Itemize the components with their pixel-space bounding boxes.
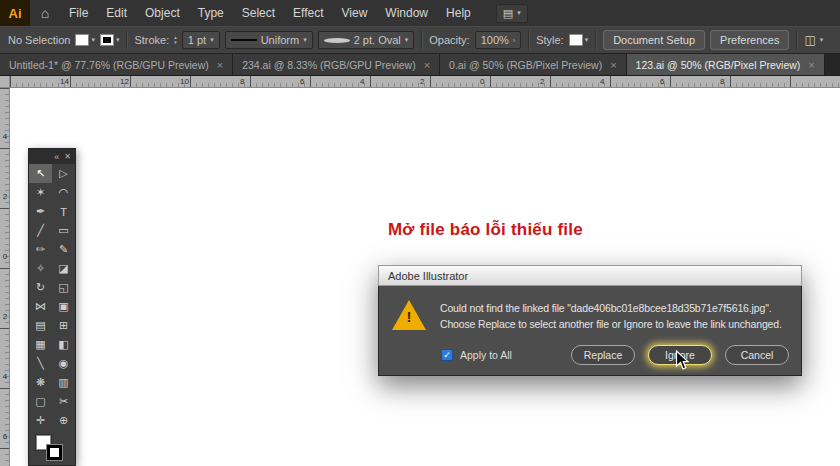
ruler-label: 8: [720, 76, 780, 87]
stroke-label: Stroke:: [134, 34, 169, 46]
fill-stroke-control[interactable]: [29, 432, 75, 465]
illustrator-app-window: Ai ⌂ FileEditObjectTypeSelectEffectViewW…: [0, 0, 840, 466]
shape-builder-tool[interactable]: ▤: [29, 316, 52, 335]
perspective-grid-tool[interactable]: ⊞: [52, 316, 75, 335]
eyedropper-tool[interactable]: ╲: [29, 354, 52, 373]
tab-label: Untitled-1* @ 77.76% (RGB/GPU Preview): [9, 59, 209, 71]
tab-close-icon[interactable]: ×: [610, 59, 616, 71]
blend-tool[interactable]: ◉: [52, 354, 75, 373]
hand-tool[interactable]: ✛: [29, 411, 52, 430]
stroke-swatch[interactable]: [47, 445, 62, 460]
type-tool[interactable]: T: [52, 202, 75, 221]
slice-tool[interactable]: ✂: [52, 392, 75, 411]
rotate-tool[interactable]: ↻: [29, 278, 52, 297]
tools-panel-header: « ✕: [29, 149, 75, 164]
home-icon[interactable]: ⌂: [33, 5, 57, 21]
line-segment-tool[interactable]: ╱: [29, 221, 52, 240]
menu-item[interactable]: Object: [136, 0, 189, 26]
lasso-tool[interactable]: ◠: [52, 183, 75, 202]
tab-close-icon[interactable]: ×: [424, 59, 430, 71]
opacity-field[interactable]: 100% ›: [475, 31, 521, 49]
menu-item[interactable]: View: [333, 0, 377, 26]
artboard-tool[interactable]: ▢: [29, 392, 52, 411]
tools-grid: ↖▷✶◠✒T╱▭✏✎✧◪↻◱⋈▣▤⊞▦◧╲◉❋▥▢✂✛⊕: [29, 164, 75, 430]
preferences-button[interactable]: Preferences: [710, 30, 789, 50]
arrange-documents-icon: ▤: [503, 7, 513, 20]
ruler-label: 4: [0, 132, 9, 192]
arrange-documents-control[interactable]: ▤ ▾: [496, 4, 528, 23]
selection-tool[interactable]: ↖: [29, 164, 52, 183]
document-setup-button[interactable]: Document Setup: [603, 30, 705, 50]
magic-wand-tool[interactable]: ✶: [29, 183, 52, 202]
free-transform-tool[interactable]: ▣: [52, 297, 75, 316]
collapse-panel-icon[interactable]: «: [54, 152, 59, 162]
dialog-title-bar[interactable]: Adobe Illustrator: [378, 265, 802, 286]
direct-selection-tool[interactable]: ▷: [52, 164, 75, 183]
opacity-value: 100%: [481, 34, 509, 46]
style-label: Style:: [536, 34, 564, 46]
menu-item[interactable]: Effect: [284, 0, 332, 26]
horizontal-ruler[interactable]: 141210864202468: [10, 76, 840, 88]
stroke-weight-dropdown[interactable]: 1 pt ▾: [182, 31, 220, 49]
document-tab[interactable]: Untitled-1* @ 77.76% (RGB/GPU Preview) ×: [0, 54, 233, 75]
chevron-down-icon: ▾: [303, 36, 307, 44]
ruler-label: 10: [180, 76, 240, 87]
dialog-message-line: Choose Replace to select another file or…: [440, 316, 782, 332]
chevron-down-icon: ▾: [820, 36, 824, 44]
mesh-tool[interactable]: ▦: [29, 335, 52, 354]
document-tab[interactable]: 0.ai @ 50% (RGB/Pixel Preview) ×: [440, 54, 626, 75]
ruler-origin-corner[interactable]: [0, 76, 10, 88]
document-tab[interactable]: 234.ai @ 8.33% (RGB/GPU Preview) ×: [233, 54, 440, 75]
replace-button[interactable]: Replace: [571, 345, 635, 365]
menu-item[interactable]: Window: [376, 0, 437, 26]
ruler-label: 0: [0, 252, 9, 312]
chevron-down-icon: ▾: [116, 36, 120, 44]
eraser-tool[interactable]: ◪: [52, 259, 75, 278]
stroke-color-control[interactable]: ▾: [100, 34, 120, 46]
tab-close-icon[interactable]: ×: [808, 59, 814, 71]
symbol-sprayer-tool[interactable]: ❋: [29, 373, 52, 392]
document-tab[interactable]: 123.ai @ 50% (RGB/Pixel Preview) ×: [627, 54, 825, 75]
menu-item[interactable]: Type: [189, 0, 233, 26]
menu-item[interactable]: Edit: [97, 0, 136, 26]
menu-item[interactable]: Help: [437, 0, 480, 26]
brush-definition-dropdown[interactable]: 2 pt. Oval ▾: [318, 31, 415, 49]
width-profile-dropdown[interactable]: Uniform ▾: [225, 31, 313, 49]
fill-color-control[interactable]: ▾: [75, 34, 95, 46]
brush-definition-value: 2 pt. Oval: [354, 34, 401, 46]
rectangle-tool[interactable]: ▭: [52, 221, 75, 240]
scale-tool[interactable]: ◱: [52, 278, 75, 297]
shaper-tool[interactable]: ✧: [29, 259, 52, 278]
ruler-label: 2: [540, 76, 600, 87]
ruler-label: 6: [0, 432, 9, 466]
stroke-weight-value: 1 pt: [188, 34, 206, 46]
graphic-style-swatch: [569, 34, 583, 46]
artboard-canvas[interactable]: « ✕ ↖▷✶◠✒T╱▭✏✎✧◪↻◱⋈▣▤⊞▦◧╲◉❋▥▢✂✛⊕ Mở file…: [10, 88, 840, 466]
ruler-label: 6: [660, 76, 720, 87]
illustrator-logo: Ai: [0, 0, 30, 26]
check-icon: ✓: [443, 351, 451, 360]
stroke-weight-stepper[interactable]: ▴ ▾: [174, 35, 177, 45]
ruler-label: 8: [240, 76, 300, 87]
tab-close-icon[interactable]: ×: [217, 59, 223, 71]
pen-tool[interactable]: ✒: [29, 202, 52, 221]
ruler-label: 12: [120, 76, 180, 87]
ruler-label: 0: [480, 76, 540, 87]
tab-label: 0.ai @ 50% (RGB/Pixel Preview): [449, 59, 602, 71]
pencil-tool[interactable]: ✎: [52, 240, 75, 259]
cancel-button[interactable]: Cancel: [725, 345, 789, 365]
menu-item[interactable]: File: [60, 0, 97, 26]
chevron-down-icon: ▾: [405, 36, 409, 44]
close-panel-icon[interactable]: ✕: [64, 152, 71, 161]
zoom-tool[interactable]: ⊕: [52, 411, 75, 430]
width-tool[interactable]: ⋈: [29, 297, 52, 316]
gradient-tool[interactable]: ◧: [52, 335, 75, 354]
workspace-switcher[interactable]: ◫ ▾: [804, 33, 823, 47]
vertical-ruler[interactable]: 420246: [0, 88, 10, 466]
paintbrush-tool[interactable]: ✏: [29, 240, 52, 259]
menu-item[interactable]: Select: [233, 0, 284, 26]
column-graph-tool[interactable]: ▥: [52, 373, 75, 392]
graphic-style-control[interactable]: ▾: [569, 34, 589, 46]
apply-to-all-checkbox[interactable]: ✓: [441, 349, 453, 361]
chevron-down-icon: ▾: [585, 36, 589, 44]
